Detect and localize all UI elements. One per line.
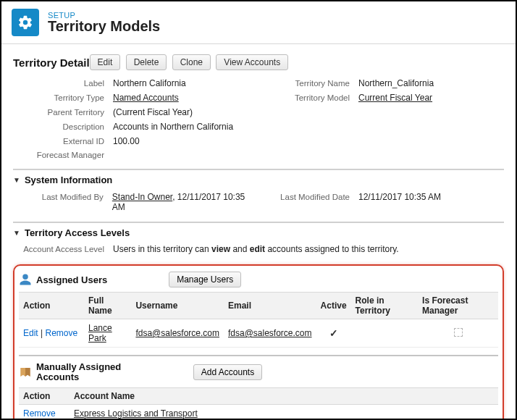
- territory-detail-heading: Territory Detail: [13, 56, 90, 69]
- user-full-name-link[interactable]: Lance Park: [88, 323, 112, 343]
- book-icon: [19, 366, 32, 379]
- field-label-description: Description: [13, 122, 113, 131]
- field-value-description: Accounts in Northern California: [113, 122, 233, 132]
- chevron-down-icon: ▼: [13, 229, 20, 237]
- territory-access-levels-title: Territory Access Levels: [25, 227, 130, 238]
- user-username-link[interactable]: fdsa@salesforce.com: [135, 328, 219, 338]
- col-forecast-mgr: Is Forecast Manager: [418, 293, 498, 319]
- edit-user-link[interactable]: Edit: [23, 328, 38, 338]
- field-label-territory-type: Territory Type: [13, 93, 113, 102]
- field-label-forecast-manager: Forecast Manager: [13, 151, 113, 159]
- last-modified-by-user-link[interactable]: Stand-In Owner: [112, 192, 172, 202]
- remove-account-link[interactable]: Remove: [23, 408, 56, 419]
- system-information-title: System Information: [25, 175, 112, 185]
- account-name-link[interactable]: Express Logistics and Transport: [74, 408, 198, 419]
- clone-button[interactable]: Clone: [172, 54, 211, 70]
- manually-assigned-accounts-table: Action Account Name Remove Express Logis…: [19, 387, 498, 420]
- user-active-check: ✓: [316, 319, 351, 348]
- user-icon: [19, 273, 32, 286]
- delete-button[interactable]: Delete: [126, 54, 167, 70]
- system-information-heading[interactable]: ▼System Information: [13, 175, 504, 185]
- page-title: Territory Models: [48, 18, 160, 35]
- table-row: Remove Express Logistics and Transport: [19, 404, 498, 420]
- user-email-link[interactable]: fdsa@salesforce.com: [228, 328, 312, 338]
- col-username: Username: [131, 293, 224, 319]
- field-label-territory-name: Territory Name: [258, 79, 358, 88]
- field-value-territory-name: Northern_California: [358, 78, 434, 88]
- col-action: Action: [19, 387, 70, 404]
- col-active: Active: [316, 293, 351, 319]
- field-value-parent-territory: (Current Fiscal Year): [113, 107, 193, 117]
- assigned-users-title: Assigned Users: [36, 274, 107, 285]
- field-label-external-id: External ID: [13, 137, 113, 146]
- manage-users-button[interactable]: Manage Users: [169, 272, 241, 287]
- add-accounts-button[interactable]: Add Accounts: [193, 364, 262, 380]
- chevron-down-icon: ▼: [13, 176, 20, 184]
- field-value-last-modified-date: 12/11/2017 10:35 AM: [358, 192, 441, 202]
- page-header: SETUP Territory Models: [1, 1, 516, 44]
- related-lists-highlight: Assigned Users Manage Users Action Full …: [13, 264, 504, 420]
- view-accounts-button[interactable]: View Accounts: [216, 54, 288, 70]
- territory-type-link[interactable]: Named Accounts: [113, 93, 179, 103]
- user-role: [351, 319, 419, 348]
- field-label-territory-model: Territory Model: [258, 93, 358, 102]
- field-label-parent-territory: Parent Territory: [13, 108, 113, 117]
- field-value-account-access-level: Users in this territory can view and edi…: [113, 244, 399, 254]
- forecast-manager-checkbox[interactable]: [454, 328, 463, 337]
- col-email: Email: [224, 293, 316, 319]
- field-value-label: Northern California: [113, 78, 186, 88]
- field-label-account-access-level: Account Access Level: [13, 245, 113, 253]
- field-label-last-modified-date: Last Modified Date: [258, 193, 358, 201]
- territory-model-link[interactable]: Current Fiscal Year: [358, 93, 432, 103]
- table-row: Edit | Remove Lance Park fdsa@salesforce…: [19, 319, 498, 348]
- col-full-name: Full Name: [84, 293, 131, 319]
- field-label-last-modified-by: Last Modified By: [13, 193, 112, 201]
- edit-button[interactable]: Edit: [90, 54, 121, 70]
- gear-icon: [12, 9, 39, 36]
- territory-access-levels-heading[interactable]: ▼Territory Access Levels: [13, 227, 504, 238]
- manually-assigned-accounts-title: Manually Assigned Accounts: [36, 362, 138, 383]
- col-account-name: Account Name: [70, 387, 498, 404]
- col-action: Action: [19, 293, 84, 319]
- field-label-label: Label: [13, 79, 113, 88]
- assigned-users-table: Action Full Name Username Email Active R…: [19, 292, 498, 348]
- col-role: Role in Territory: [351, 293, 419, 319]
- field-value-external-id: 100.00: [113, 136, 140, 146]
- remove-user-link[interactable]: Remove: [45, 328, 77, 338]
- main-content: Territory Detail Edit Delete Clone View …: [1, 44, 516, 420]
